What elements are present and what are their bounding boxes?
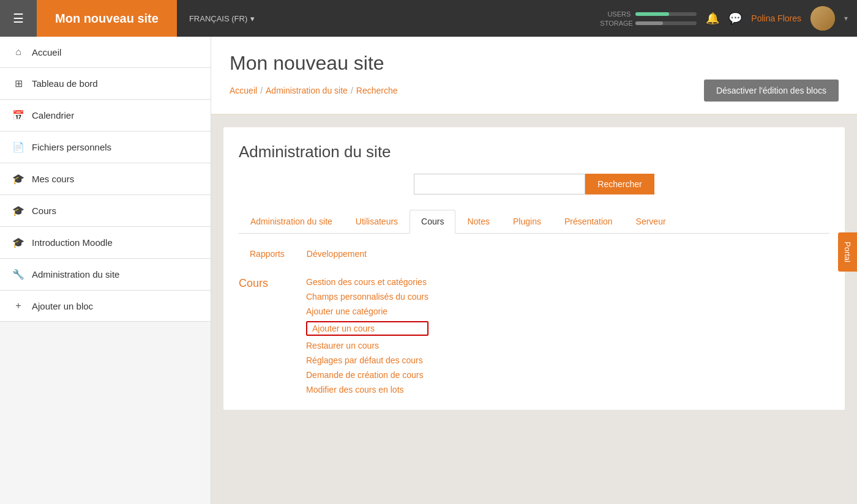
sidebar-item-ajouter-bloc[interactable]: + Ajouter un bloc <box>0 291 211 322</box>
sidebar-item-cours[interactable]: 🎓 Cours <box>0 195 211 227</box>
dashboard-icon: ⊞ <box>12 78 24 89</box>
cours-section: Cours Gestion des cours et catégories Ch… <box>239 277 829 395</box>
sidebar-item-intro-moodle[interactable]: 🎓 Introduction Moodle <box>0 227 211 259</box>
breadcrumb-sep-2: / <box>351 86 353 95</box>
tab-admin-site[interactable]: Administration du site <box>239 210 344 233</box>
sidebar-label-intro-moodle: Introduction Moodle <box>32 237 113 248</box>
sidebar-label-admin: Administration du site <box>32 269 119 280</box>
graduation-icon-intro: 🎓 <box>12 237 24 248</box>
avatar[interactable] <box>810 6 835 31</box>
tab-presentation[interactable]: Présentation <box>553 210 624 233</box>
portal-button[interactable]: Portal <box>838 232 857 272</box>
storage-progress-fill <box>635 21 663 25</box>
edit-blocs-button[interactable]: Désactiver l'édition des blocs <box>704 80 839 102</box>
users-progress-bar <box>635 12 697 16</box>
main-layout: ⌂ Accueil ⊞ Tableau de bord 📅 Calendrier… <box>0 37 857 504</box>
search-bar: Rechercher <box>239 174 829 195</box>
link-modifier-lots[interactable]: Modifier des cours en lots <box>306 385 428 395</box>
link-ajouter-cours[interactable]: Ajouter un cours <box>306 321 428 336</box>
admin-panel: Administration du site Rechercher Admini… <box>223 127 845 410</box>
sidebar-label-fichiers: Fichiers personnels <box>32 142 111 152</box>
users-progress-fill <box>635 12 669 16</box>
breadcrumb-admin[interactable]: Administration du site <box>266 86 348 95</box>
breadcrumb: Accueil / Administration du site / Reche… <box>230 86 397 95</box>
graduation-icon-cours: 🎓 <box>12 205 24 217</box>
sidebar: ⌂ Accueil ⊞ Tableau de bord 📅 Calendrier… <box>0 37 211 504</box>
calendar-icon: 📅 <box>12 109 24 121</box>
hamburger-button[interactable]: ☰ <box>0 0 37 37</box>
sidebar-label-calendrier: Calendrier <box>32 110 74 120</box>
user-dropdown-arrow-icon[interactable]: ▾ <box>844 14 848 23</box>
users-row: USERS <box>600 10 697 18</box>
site-name-button[interactable]: Mon nouveau site <box>37 0 177 37</box>
tab-developpement[interactable]: Développement <box>296 246 378 262</box>
tab-notes[interactable]: Notes <box>455 210 501 233</box>
graduation-icon-mes: 🎓 <box>12 173 24 185</box>
home-icon: ⌂ <box>12 46 24 57</box>
main-content: Mon nouveau site Accueil / Administratio… <box>211 37 857 504</box>
top-bar: ☰ Mon nouveau site FRANÇAIS (FR) ▾ USERS… <box>0 0 857 37</box>
language-label: FRANÇAIS (FR) <box>189 14 247 23</box>
plus-icon: + <box>12 300 24 311</box>
cours-links: Gestion des cours et catégories Champs p… <box>306 277 428 395</box>
tabs-row: Administration du site Utilisateurs Cour… <box>239 210 829 234</box>
hamburger-icon: ☰ <box>13 11 24 26</box>
users-label: USERS <box>600 10 631 18</box>
sidebar-item-accueil[interactable]: ⌂ Accueil <box>0 37 211 68</box>
sidebar-item-calendrier[interactable]: 📅 Calendrier <box>0 100 211 132</box>
storage-label: STORAGE <box>600 20 631 27</box>
page-title: Mon nouveau site <box>230 52 839 75</box>
bell-icon[interactable]: 🔔 <box>706 12 719 25</box>
sidebar-item-mes-cours[interactable]: 🎓 Mes cours <box>0 163 211 195</box>
language-arrow-icon: ▾ <box>250 14 255 23</box>
sidebar-label-mes-cours: Mes cours <box>32 174 74 184</box>
link-gestion-cours[interactable]: Gestion des cours et catégories <box>306 277 428 287</box>
sidebar-item-admin[interactable]: 🔧 Administration du site <box>0 259 211 291</box>
site-name-label: Mon nouveau site <box>55 12 159 26</box>
tab-utilisateurs[interactable]: Utilisateurs <box>344 210 410 233</box>
tab-rapports[interactable]: Rapports <box>239 246 296 262</box>
link-champs-personnalises[interactable]: Champs personnalisés du cours <box>306 292 428 302</box>
storage-row: STORAGE <box>600 20 697 27</box>
admin-title: Administration du site <box>239 143 829 161</box>
link-reglages-defaut[interactable]: Réglages par défaut des cours <box>306 355 428 365</box>
link-restaurer-cours[interactable]: Restaurer un cours <box>306 341 428 350</box>
tab-serveur[interactable]: Serveur <box>624 210 678 233</box>
file-icon: 📄 <box>12 141 24 153</box>
search-input[interactable] <box>414 174 585 195</box>
breadcrumb-recherche[interactable]: Recherche <box>356 86 398 95</box>
sidebar-label-cours: Cours <box>32 206 56 216</box>
storage-info: USERS STORAGE <box>600 10 697 27</box>
search-button[interactable]: Rechercher <box>585 174 654 195</box>
sidebar-item-fichiers[interactable]: 📄 Fichiers personnels <box>0 132 211 163</box>
sidebar-label-ajouter-bloc: Ajouter un bloc <box>32 301 93 311</box>
page-header-row: Accueil / Administration du site / Reche… <box>230 80 839 102</box>
top-bar-right: USERS STORAGE 🔔 💬 Polina Flores ▾ <box>600 6 857 31</box>
wrench-icon: 🔧 <box>12 269 24 280</box>
chat-icon[interactable]: 💬 <box>728 12 742 25</box>
link-demande-creation[interactable]: Demande de création de cours <box>306 370 428 380</box>
sidebar-label-accueil: Accueil <box>32 47 61 57</box>
tab-plugins[interactable]: Plugins <box>501 210 553 233</box>
cours-section-label: Cours <box>239 277 288 395</box>
sidebar-label-tableau: Tableau de bord <box>32 78 98 89</box>
language-selector[interactable]: FRANÇAIS (FR) ▾ <box>177 14 267 23</box>
breadcrumb-accueil[interactable]: Accueil <box>230 86 257 95</box>
storage-progress-bar <box>635 21 697 25</box>
tabs-row2: Rapports Développement <box>239 246 829 262</box>
user-name[interactable]: Polina Flores <box>751 13 801 23</box>
breadcrumb-sep-1: / <box>260 86 263 95</box>
sidebar-item-tableau[interactable]: ⊞ Tableau de bord <box>0 68 211 100</box>
link-ajouter-categorie[interactable]: Ajouter une catégorie <box>306 306 428 316</box>
avatar-image <box>810 6 835 31</box>
tab-cours[interactable]: Cours <box>410 210 455 234</box>
page-header: Mon nouveau site Accueil / Administratio… <box>211 37 857 115</box>
